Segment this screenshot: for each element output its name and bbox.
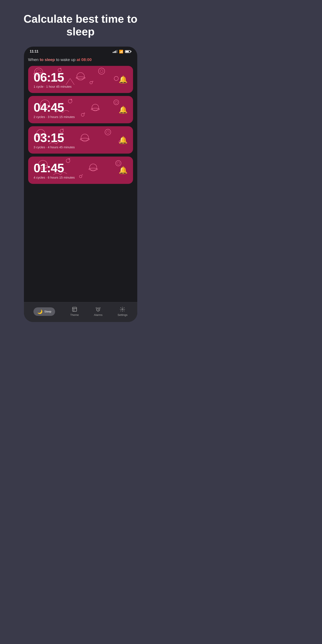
sleep-card-0[interactable]: 06:15 1 cycle · 1 hour 45 minutes 🔔 [28,66,133,93]
svg-rect-42 [72,307,77,312]
svg-point-28 [105,129,111,135]
nav-item-alarms[interactable]: Alarms [90,305,106,318]
wake-middle: to wake up [55,58,76,62]
svg-point-27 [80,138,90,140]
bell-icon-2: 🔔 [119,136,128,144]
wake-prefix: When [28,58,40,62]
svg-point-29 [106,131,109,134]
theme-icon [72,306,77,312]
card-cycles-0: 1 cycle · 1 hour 45 minutes [34,85,72,88]
svg-point-41 [82,174,82,176]
sleep-card-3[interactable]: 01:45 4 cycles · 6 hours 15 minutes 🔔 [28,156,133,184]
svg-point-21 [84,113,85,114]
card-left-1: 04:45 2 cycles · 3 hours 15 minutes [34,100,75,119]
card-cycles-3: 4 cycles · 6 hours 15 minutes [34,176,75,179]
nav-item-sleep[interactable]: 🌙 Sleep [29,306,59,317]
card-time-1: 04:45 [34,100,75,114]
settings-icon [120,306,125,312]
svg-point-8 [100,70,103,72]
svg-point-16 [92,104,98,111]
phone-content: When to sleep to wake up at 08:00 [24,55,137,302]
svg-point-11 [92,81,93,82]
card-left-2: 03:15 3 cycles · 4 hours 45 minutes [34,131,75,149]
wake-text: When to sleep to wake up at 08:00 [28,58,133,62]
card-cycles-1: 2 cycles · 3 hours 15 minutes [34,115,75,119]
sleep-icon: 🌙 [37,309,42,314]
svg-point-35 [68,158,70,160]
nav-label-alarms: Alarms [94,313,102,316]
phone-frame: 11:11 📶 When to sleep to wake up at 08:0… [24,46,137,322]
sleep-card-1[interactable]: 04:45 2 cycles · 3 hours 15 minutes 🔔 [28,96,133,123]
svg-point-4 [60,68,61,69]
wifi-icon: 📶 [119,50,123,54]
nav-label-sleep: Sleep [44,310,51,313]
nav-label-theme: Theme [70,313,79,316]
card-time-2: 03:15 [34,131,75,144]
svg-point-44 [122,309,123,310]
bell-icon-3: 🔔 [119,166,128,174]
alarms-icon [95,306,101,312]
hero-title: Calculate best time to sleep [0,0,161,46]
svg-point-19 [115,101,117,104]
card-left-3: 01:45 4 cycles · 6 hours 15 minutes [34,161,75,179]
wake-highlight1: to sleep [40,58,55,62]
card-cycles-2: 3 cycles · 4 hours 45 minutes [34,145,75,149]
nav-item-theme[interactable]: Theme [66,305,83,318]
svg-point-39 [117,162,120,165]
svg-point-6 [76,77,85,79]
svg-point-20 [81,114,84,116]
status-bar: 11:11 📶 [24,46,137,55]
svg-point-15 [70,99,72,100]
status-icons: 📶 [113,50,131,54]
signal-icon [113,50,117,53]
svg-point-18 [114,100,119,105]
battery-icon [125,50,131,53]
bottom-nav: 🌙 Sleep Theme Alarms Setting [24,302,137,322]
card-time-0: 06:15 [34,70,72,84]
nav-label-settings: Settings [118,313,128,316]
bell-icon-0: 🔔 [119,75,128,84]
svg-point-7 [98,68,105,74]
svg-point-38 [116,160,121,166]
card-time-3: 01:45 [34,161,75,175]
svg-point-10 [90,81,92,84]
wake-highlight2: at 08:00 [77,58,92,62]
bell-icon-1: 🔔 [119,106,128,114]
svg-point-25 [62,128,64,130]
status-time: 11:11 [30,50,38,54]
svg-point-9 [114,76,118,80]
card-left-0: 06:15 1 cycle · 1 hour 45 minutes [34,70,72,88]
svg-point-40 [79,175,82,178]
sleep-card-2[interactable]: 03:15 3 cycles · 4 hours 45 minutes 🔔 [28,126,133,154]
nav-item-settings[interactable]: Settings [113,305,132,318]
sleep-cards-list: 06:15 1 cycle · 1 hour 45 minutes 🔔 [28,66,133,184]
